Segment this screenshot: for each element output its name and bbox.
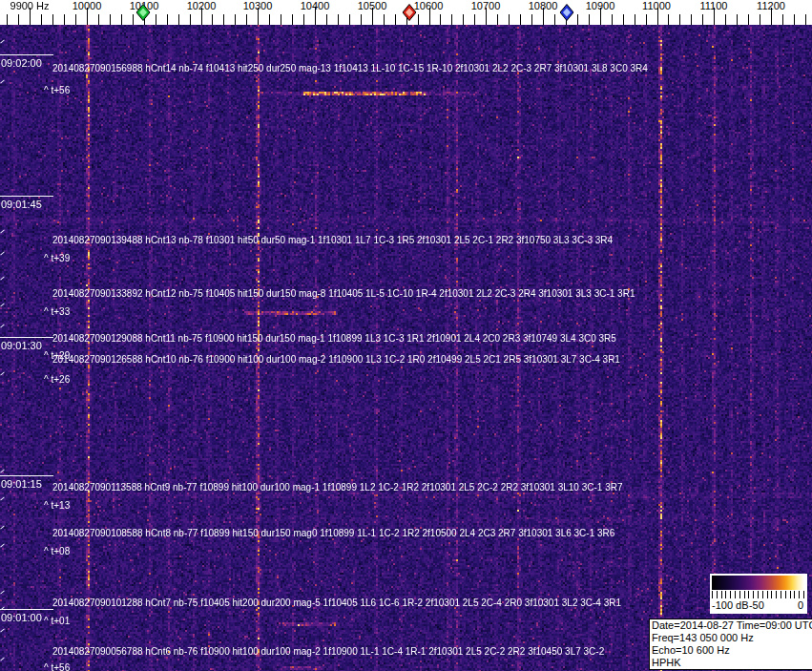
marker-green-diamond-icon [136,4,151,25]
annotation-line: 20140827090056788 hCnt6 nb-76 f10900 hit… [52,646,604,657]
minor-tick [760,14,760,25]
minor-tick [41,14,42,25]
time-label-line [0,609,53,610]
colorbar-label-mid: -50 [749,599,764,611]
minor-tick [612,14,613,25]
minor-tick [451,14,452,25]
minor-tick [303,14,304,25]
annotation-caret: ^ t+33 [44,306,70,317]
minor-tick [725,14,726,25]
colorbar-tick [771,591,772,598]
colorbar-tick [748,591,749,598]
annotation-line: 20140827090133892 hCnt12 nb-75 f10405 hi… [52,288,635,299]
frequency-ruler: 9900 Hz100001010010200103001040010500106… [0,0,812,25]
minor-tick [691,14,692,25]
freq-label: 11000 [642,0,671,11]
minor-tick [361,14,362,25]
annotation-line: 20140827090108588 hCnt8 nb-77 f10899 hit… [52,528,614,538]
freq-label: 11200 [757,0,785,11]
colorbar-tick [781,591,781,598]
minor-tick [75,14,76,25]
marker-blue-diamond-icon [560,4,574,25]
spectrogram-canvas [0,25,812,671]
freq-label: 9900 Hz [10,0,50,11]
freq-label: 10000 [73,0,102,11]
minor-tick [110,14,111,25]
minor-tick [737,14,738,25]
annotation-caret: ^ t+56 [44,85,70,95]
time-label-line [0,475,53,476]
minor-tick [497,14,498,25]
minor-tick [554,14,555,25]
minor-tick [246,14,247,25]
freq-label: 10500 [358,0,387,11]
time-label: 09:01:30 [1,340,42,351]
colorbar-tick [712,591,713,598]
freq-label: 10200 [187,0,217,11]
spectrogram-app-window: 9900 Hz100001010010200103001040010500106… [0,0,812,671]
minor-tick [98,14,99,25]
minor-tick [167,14,168,25]
colorbar-tick [762,591,763,598]
colorbar-tick [803,591,804,598]
freq-label: 10600 [414,0,444,11]
minor-tick [577,14,578,25]
minor-tick [156,14,156,25]
minor-tick [623,14,624,25]
minor-tick [223,14,224,25]
minor-tick [7,14,8,25]
freq-label: 10300 [243,0,273,11]
annotation-line: 20140827090126588 hCnt10 nb-76 f10900 hi… [52,354,620,365]
minor-tick [121,14,122,25]
freq-label: 11100 [700,0,728,11]
annotation-caret: ^ t+01 [44,616,70,626]
minor-tick [326,14,327,25]
colorbar-tick [725,591,726,598]
minor-tick [292,14,293,25]
colorbar-label-max: 0 [798,599,803,611]
annotation-caret: ^ t+08 [44,546,70,556]
minor-tick [679,14,680,25]
minor-tick [64,14,65,25]
minor-tick [702,14,703,25]
minor-tick [463,14,464,25]
info-line-date: Date=2014-08-27 Time=09:00 UTC [652,619,812,632]
freq-label: 10900 [586,0,615,11]
annotation-caret: ^ t+26 [44,374,70,385]
time-label: 09:02:00 [1,57,42,69]
colorbar-tick [744,591,745,598]
colorbar-tick [717,591,718,598]
time-label: 09:01:45 [1,199,42,210]
colorbar-ticks [712,591,804,598]
minor-tick [474,14,475,25]
colorbar-tick [790,591,791,598]
minor-tick [235,14,236,25]
minor-tick [589,14,590,25]
minor-tick [178,14,179,25]
colorbar-tick [799,591,800,598]
minor-tick [748,14,749,25]
time-label: 09:01:00 [1,612,42,623]
minor-tick [133,14,134,25]
annotation-line: 20140827090156988 hCnt14 nb-74 f10413 hi… [52,63,648,73]
info-line-echo: Echo=10 600 Hz [652,644,812,657]
colorbar-tick [758,591,759,598]
colorbar-tick [776,591,777,598]
minor-tick [384,14,385,25]
time-label-line [0,54,53,55]
minor-tick [190,14,191,25]
annotation-line: 20140827090139488 hCnt13 nb-78 f10301 hi… [52,235,613,245]
time-label-line [0,196,53,197]
colorbar-gradient [712,576,804,590]
freq-label: 10700 [471,0,501,11]
minor-tick [782,14,783,25]
annotation-caret: ^ t+13 [44,500,70,511]
minor-tick [269,14,270,25]
minor-tick [418,14,419,25]
freq-label: 10400 [301,0,330,11]
minor-tick [794,14,795,25]
minor-tick [531,14,532,25]
colorbar-labels: -100 dB -50 0 [712,599,804,612]
minor-tick [395,14,396,25]
freq-label: 10800 [529,0,558,11]
